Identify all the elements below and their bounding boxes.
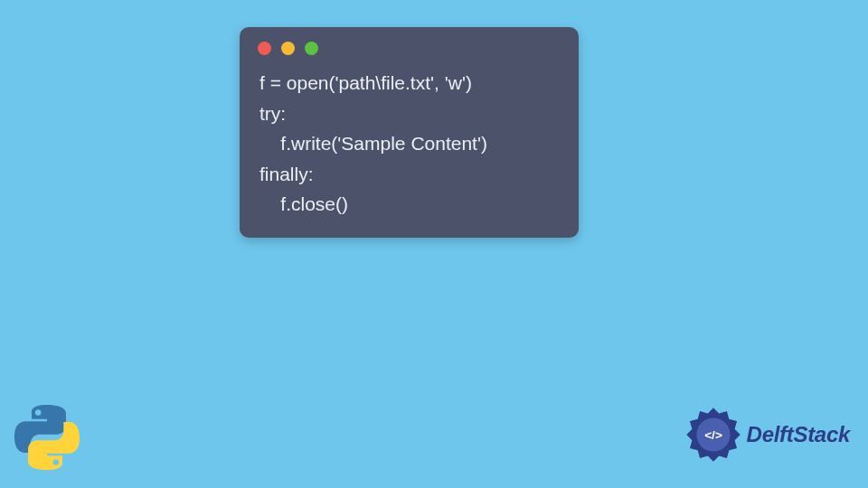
delftstack-brand-text: DelftStack [747,422,850,447]
code-line: try: [259,103,286,124]
window-maximize-icon [305,42,318,55]
code-line: f = open('path\file.txt', 'w') [259,72,472,93]
code-window: f = open('path\file.txt', 'w') try: f.wr… [240,27,579,238]
window-minimize-icon [281,42,295,55]
code-content: f = open('path\file.txt', 'w') try: f.wr… [240,62,579,220]
code-line: f.write('Sample Content') [259,133,487,154]
python-logo-icon [14,405,80,470]
delftstack-logo: </> DelftStack [685,407,850,463]
window-close-icon [258,42,271,55]
svg-text:</>: </> [704,428,722,442]
window-title-bar [240,27,579,62]
code-line: finally: [259,164,314,184]
code-line: f.close() [259,193,348,214]
delftstack-badge-icon: </> [685,407,741,463]
